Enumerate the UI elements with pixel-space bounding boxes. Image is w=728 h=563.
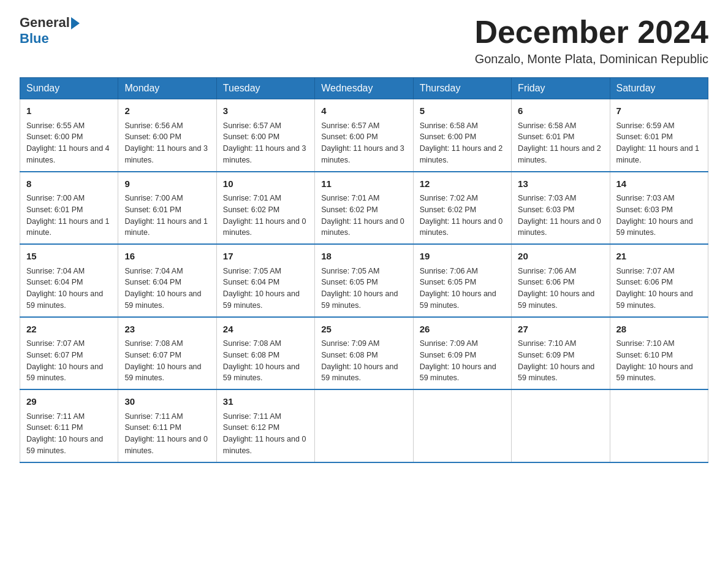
calendar-cell: 14Sunrise: 7:03 AMSunset: 6:03 PMDayligh… [610, 172, 708, 245]
day-info: Sunrise: 7:01 AMSunset: 6:02 PMDaylight:… [321, 193, 406, 239]
day-number: 7 [616, 104, 702, 118]
calendar-cell: 10Sunrise: 7:01 AMSunset: 6:02 PMDayligh… [216, 172, 314, 245]
calendar-cell: 16Sunrise: 7:04 AMSunset: 6:04 PMDayligh… [118, 244, 216, 317]
day-number: 25 [321, 323, 406, 337]
day-info: Sunrise: 7:06 AMSunset: 6:05 PMDaylight:… [420, 266, 505, 312]
day-info: Sunrise: 7:07 AMSunset: 6:06 PMDaylight:… [616, 266, 702, 312]
day-number: 20 [518, 250, 603, 264]
calendar-cell: 3Sunrise: 6:57 AMSunset: 6:00 PMDaylight… [216, 99, 314, 172]
day-info: Sunrise: 7:08 AMSunset: 6:07 PMDaylight:… [124, 338, 210, 384]
calendar-cell [315, 389, 413, 462]
day-number: 24 [223, 323, 308, 337]
day-number: 21 [616, 250, 702, 264]
calendar-cell: 7Sunrise: 6:59 AMSunset: 6:01 PMDaylight… [610, 99, 708, 172]
day-info: Sunrise: 7:03 AMSunset: 6:03 PMDaylight:… [616, 193, 702, 239]
calendar-cell [610, 389, 708, 462]
day-info: Sunrise: 7:10 AMSunset: 6:09 PMDaylight:… [518, 338, 603, 384]
day-number: 15 [26, 250, 112, 264]
day-info: Sunrise: 6:57 AMSunset: 6:00 PMDaylight:… [321, 120, 406, 166]
day-info: Sunrise: 7:04 AMSunset: 6:04 PMDaylight:… [26, 266, 112, 312]
day-number: 31 [223, 395, 308, 409]
day-number: 29 [26, 395, 112, 409]
calendar-cell: 22Sunrise: 7:07 AMSunset: 6:07 PMDayligh… [20, 317, 118, 390]
calendar-cell: 19Sunrise: 7:06 AMSunset: 6:05 PMDayligh… [413, 244, 511, 317]
day-info: Sunrise: 7:11 AMSunset: 6:12 PMDaylight:… [223, 411, 308, 457]
day-header-wednesday: Wednesday [315, 78, 413, 99]
calendar-cell: 29Sunrise: 7:11 AMSunset: 6:11 PMDayligh… [20, 389, 118, 462]
calendar-cell: 6Sunrise: 6:58 AMSunset: 6:01 PMDaylight… [512, 99, 610, 172]
day-info: Sunrise: 7:06 AMSunset: 6:06 PMDaylight:… [518, 266, 603, 312]
day-header-sunday: Sunday [20, 78, 118, 99]
day-number: 11 [321, 177, 406, 191]
calendar-cell [512, 389, 610, 462]
day-info: Sunrise: 7:11 AMSunset: 6:11 PMDaylight:… [26, 411, 112, 457]
day-info: Sunrise: 6:58 AMSunset: 6:00 PMDaylight:… [420, 120, 505, 166]
day-header-friday: Friday [512, 78, 610, 99]
day-number: 27 [518, 323, 603, 337]
day-number: 18 [321, 250, 406, 264]
calendar-cell: 15Sunrise: 7:04 AMSunset: 6:04 PMDayligh… [20, 244, 118, 317]
week-row-1: 1Sunrise: 6:55 AMSunset: 6:00 PMDaylight… [20, 99, 708, 172]
calendar-cell: 31Sunrise: 7:11 AMSunset: 6:12 PMDayligh… [216, 389, 314, 462]
day-info: Sunrise: 7:08 AMSunset: 6:08 PMDaylight:… [223, 338, 308, 384]
week-row-5: 29Sunrise: 7:11 AMSunset: 6:11 PMDayligh… [20, 389, 708, 462]
calendar-cell: 25Sunrise: 7:09 AMSunset: 6:08 PMDayligh… [315, 317, 413, 390]
calendar-cell: 23Sunrise: 7:08 AMSunset: 6:07 PMDayligh… [118, 317, 216, 390]
location-subtitle: Gonzalo, Monte Plata, Dominican Republic [474, 52, 708, 66]
day-number: 6 [518, 104, 603, 118]
day-number: 23 [124, 323, 210, 337]
calendar-cell: 21Sunrise: 7:07 AMSunset: 6:06 PMDayligh… [610, 244, 708, 317]
calendar-cell: 20Sunrise: 7:06 AMSunset: 6:06 PMDayligh… [512, 244, 610, 317]
day-number: 12 [420, 177, 505, 191]
days-header-row: SundayMondayTuesdayWednesdayThursdayFrid… [20, 78, 708, 99]
day-number: 9 [124, 177, 210, 191]
day-info: Sunrise: 7:10 AMSunset: 6:10 PMDaylight:… [616, 338, 702, 384]
day-info: Sunrise: 7:09 AMSunset: 6:08 PMDaylight:… [321, 338, 406, 384]
calendar-cell: 28Sunrise: 7:10 AMSunset: 6:10 PMDayligh… [610, 317, 708, 390]
day-number: 19 [420, 250, 505, 264]
day-number: 30 [124, 395, 210, 409]
day-number: 22 [26, 323, 112, 337]
calendar-cell: 30Sunrise: 7:11 AMSunset: 6:11 PMDayligh… [118, 389, 216, 462]
day-info: Sunrise: 7:09 AMSunset: 6:09 PMDaylight:… [420, 338, 505, 384]
calendar-cell: 8Sunrise: 7:00 AMSunset: 6:01 PMDaylight… [20, 172, 118, 245]
day-number: 4 [321, 104, 406, 118]
calendar-cell: 1Sunrise: 6:55 AMSunset: 6:00 PMDaylight… [20, 99, 118, 172]
day-number: 26 [420, 323, 505, 337]
calendar-cell: 24Sunrise: 7:08 AMSunset: 6:08 PMDayligh… [216, 317, 314, 390]
calendar-table: SundayMondayTuesdayWednesdayThursdayFrid… [20, 77, 708, 463]
day-number: 10 [223, 177, 308, 191]
logo: General Blue [20, 15, 80, 47]
day-number: 13 [518, 177, 603, 191]
day-info: Sunrise: 7:00 AMSunset: 6:01 PMDaylight:… [124, 193, 210, 239]
day-number: 17 [223, 250, 308, 264]
week-row-4: 22Sunrise: 7:07 AMSunset: 6:07 PMDayligh… [20, 317, 708, 390]
day-header-saturday: Saturday [610, 78, 708, 99]
logo-blue-text: Blue [20, 31, 49, 46]
page-header: General Blue December 2024 Gonzalo, Mont… [20, 15, 708, 66]
calendar-cell: 17Sunrise: 7:05 AMSunset: 6:04 PMDayligh… [216, 244, 314, 317]
calendar-cell: 11Sunrise: 7:01 AMSunset: 6:02 PMDayligh… [315, 172, 413, 245]
day-info: Sunrise: 7:00 AMSunset: 6:01 PMDaylight:… [26, 193, 112, 239]
calendar-cell: 13Sunrise: 7:03 AMSunset: 6:03 PMDayligh… [512, 172, 610, 245]
day-number: 3 [223, 104, 308, 118]
logo-general-text: General [20, 15, 70, 31]
day-info: Sunrise: 6:56 AMSunset: 6:00 PMDaylight:… [124, 120, 210, 166]
day-number: 8 [26, 177, 112, 191]
day-info: Sunrise: 6:59 AMSunset: 6:01 PMDaylight:… [616, 120, 702, 166]
week-row-3: 15Sunrise: 7:04 AMSunset: 6:04 PMDayligh… [20, 244, 708, 317]
calendar-cell: 5Sunrise: 6:58 AMSunset: 6:00 PMDaylight… [413, 99, 511, 172]
day-number: 16 [124, 250, 210, 264]
day-number: 28 [616, 323, 702, 337]
day-info: Sunrise: 7:05 AMSunset: 6:04 PMDaylight:… [223, 266, 308, 312]
calendar-cell: 2Sunrise: 6:56 AMSunset: 6:00 PMDaylight… [118, 99, 216, 172]
day-header-thursday: Thursday [413, 78, 511, 99]
day-info: Sunrise: 6:57 AMSunset: 6:00 PMDaylight:… [223, 120, 308, 166]
calendar-cell [413, 389, 511, 462]
calendar-cell: 9Sunrise: 7:00 AMSunset: 6:01 PMDaylight… [118, 172, 216, 245]
day-info: Sunrise: 6:55 AMSunset: 6:00 PMDaylight:… [26, 120, 112, 166]
day-info: Sunrise: 7:07 AMSunset: 6:07 PMDaylight:… [26, 338, 112, 384]
calendar-cell: 26Sunrise: 7:09 AMSunset: 6:09 PMDayligh… [413, 317, 511, 390]
week-row-2: 8Sunrise: 7:00 AMSunset: 6:01 PMDaylight… [20, 172, 708, 245]
day-header-tuesday: Tuesday [216, 78, 314, 99]
